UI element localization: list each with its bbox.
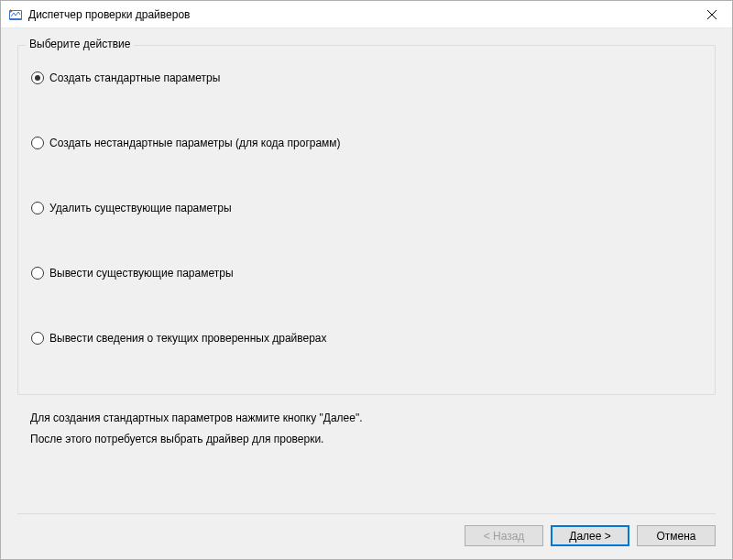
description-line2: После этого потребуется выбрать драйвер …: [30, 433, 716, 445]
radio-create-custom[interactable]: Создать нестандартные параметры (для код…: [31, 137, 702, 149]
groupbox-label: Выберите действие: [26, 38, 134, 50]
app-icon: [8, 7, 23, 22]
back-button: < Назад: [465, 525, 543, 546]
radio-label: Создать нестандартные параметры (для код…: [49, 137, 341, 149]
radio-label: Создать стандартные параметры: [49, 71, 220, 84]
radio-create-standard[interactable]: Создать стандартные параметры: [31, 71, 702, 84]
description-text: Для создания стандартных параметров нажм…: [30, 412, 716, 454]
svg-rect-1: [10, 11, 21, 18]
radio-input[interactable]: [31, 332, 44, 345]
radio-show-existing[interactable]: Вывести существующие параметры: [31, 267, 702, 280]
close-button[interactable]: [691, 1, 732, 28]
cancel-button[interactable]: Отмена: [637, 525, 716, 546]
radio-label: Удалить существующие параметры: [49, 202, 232, 214]
radio-input[interactable]: [31, 137, 44, 149]
window-title: Диспетчер проверки драйверов: [28, 8, 691, 21]
radio-input[interactable]: [31, 202, 44, 214]
content-area: Выберите действие Создать стандартные па…: [1, 28, 732, 559]
radio-delete-existing[interactable]: Удалить существующие параметры: [31, 202, 702, 214]
action-groupbox: Выберите действие Создать стандартные па…: [17, 45, 716, 395]
radio-label: Вывести сведения о текущих проверенных д…: [49, 332, 327, 345]
radio-label: Вывести существующие параметры: [49, 267, 234, 280]
button-separator: [17, 513, 716, 514]
radio-show-current[interactable]: Вывести сведения о текущих проверенных д…: [31, 332, 702, 345]
close-icon: [707, 10, 717, 19]
next-button[interactable]: Далее >: [551, 525, 629, 546]
description-line1: Для создания стандартных параметров нажм…: [30, 412, 716, 424]
radio-input[interactable]: [31, 71, 44, 84]
titlebar: Диспетчер проверки драйверов: [1, 1, 732, 28]
radio-input[interactable]: [31, 267, 44, 280]
button-row: < Назад Далее > Отмена: [17, 525, 716, 559]
